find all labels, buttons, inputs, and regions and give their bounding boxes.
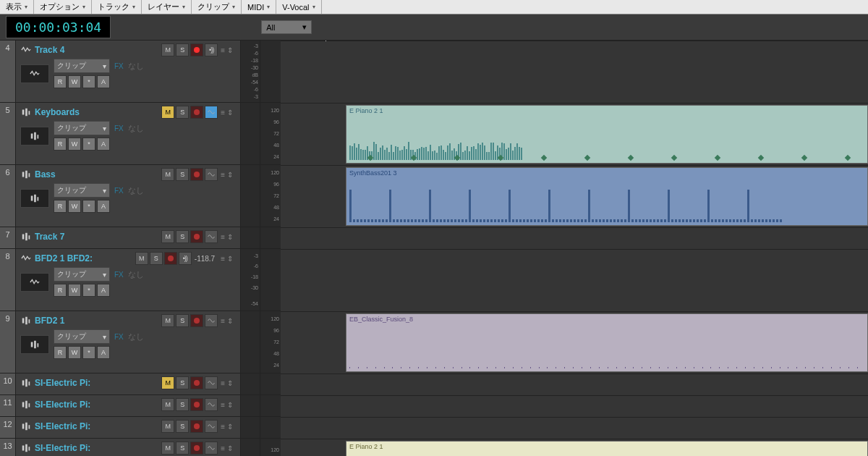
expand-icon[interactable]: ⇕ — [227, 401, 233, 409]
expand-icon[interactable]: ⇕ — [227, 233, 233, 241]
clip-lane[interactable]: SynthBass201 3 — [281, 166, 868, 228]
record-arm-button[interactable] — [190, 442, 203, 455]
mute-button[interactable]: M — [161, 230, 174, 243]
record-arm-button[interactable] — [190, 168, 203, 181]
mute-button[interactable]: M — [161, 314, 174, 327]
track-row[interactable]: 9 BFD2 1 M S ≡ ⇕ — [0, 311, 260, 373]
midi-clip[interactable]: EB_Classic_Fusion_8 — [346, 313, 868, 372]
mute-button[interactable]: M — [161, 376, 174, 389]
list-icon[interactable]: ≡ — [221, 444, 225, 452]
track-row[interactable]: 4 Track 4 M S •)) ≡ ⇕ — [0, 41, 260, 103]
write-automation-button[interactable]: W — [68, 346, 81, 359]
track-name[interactable]: SI-Electric Pi: — [35, 443, 158, 453]
track-row[interactable]: 5 Keyboards M S ≡ ⇕ — [0, 103, 260, 165]
clip-lane[interactable] — [281, 250, 868, 312]
menu-item-クリップ[interactable]: クリップ▾ — [192, 0, 242, 14]
record-arm-button[interactable] — [190, 398, 203, 411]
fx-label[interactable]: FX — [114, 187, 124, 195]
list-icon[interactable]: ≡ — [221, 401, 225, 409]
clip-area[interactable]: E Piano 2 1SynthBass201 3EB_Classic_Fusi… — [281, 41, 868, 456]
list-icon[interactable]: ≡ — [221, 255, 225, 263]
solo-button[interactable]: S — [176, 376, 189, 389]
expand-icon[interactable]: ⇕ — [227, 379, 233, 387]
clip-select[interactable]: クリップ▾ — [54, 183, 110, 198]
track-row[interactable]: 10 SI-Electric Pi: M S ≡ ⇕ — [0, 373, 260, 395]
star-button[interactable]: * — [82, 200, 95, 213]
input-echo-button[interactable] — [205, 376, 218, 389]
archive-button[interactable]: A — [97, 138, 110, 151]
list-icon[interactable]: ≡ — [221, 109, 225, 117]
solo-button[interactable]: S — [176, 230, 189, 243]
track-number[interactable]: 11 — [0, 395, 16, 416]
input-echo-button[interactable] — [205, 442, 218, 455]
read-automation-button[interactable]: R — [54, 200, 67, 213]
input-echo-button[interactable]: •)) — [205, 43, 218, 56]
solo-button[interactable]: S — [176, 168, 189, 181]
input-echo-button[interactable] — [205, 230, 218, 243]
track-name[interactable]: Bass — [35, 169, 158, 180]
clip-lane[interactable] — [281, 41, 868, 104]
midi-clip[interactable]: E Piano 2 1 — [346, 105, 868, 164]
track-name[interactable]: SI-Electric Pi: — [35, 421, 158, 431]
track-name[interactable]: BFD2 1 BFD2: — [35, 253, 132, 263]
track-number[interactable]: 13 — [0, 439, 16, 456]
track-row[interactable]: 6 Bass M S ≡ ⇕ — [0, 165, 260, 227]
list-icon[interactable]: ≡ — [221, 233, 225, 241]
input-echo-button[interactable] — [205, 168, 218, 181]
track-number[interactable]: 10 — [0, 373, 16, 394]
clip-lane[interactable]: E Piano 2 1 — [281, 439, 868, 456]
expand-icon[interactable]: ⇕ — [227, 46, 233, 54]
fx-label[interactable]: FX — [114, 271, 124, 279]
menu-item-表示[interactable]: 表示▾ — [0, 0, 34, 14]
input-echo-button[interactable] — [205, 398, 218, 411]
record-arm-button[interactable] — [190, 106, 203, 119]
mute-button[interactable]: M — [161, 43, 174, 56]
track-number[interactable]: 8 — [0, 249, 16, 311]
input-echo-button[interactable] — [205, 420, 218, 433]
solo-button[interactable]: S — [150, 252, 163, 265]
mute-button[interactable]: M — [161, 398, 174, 411]
solo-button[interactable]: S — [176, 43, 189, 56]
track-name[interactable]: BFD2 1 — [35, 316, 158, 326]
clip-select[interactable]: クリップ▾ — [54, 329, 110, 344]
clip-lane[interactable]: EB_Classic_Fusion_8 — [281, 312, 868, 374]
clip-lane[interactable] — [281, 418, 868, 439]
solo-button[interactable]: S — [176, 314, 189, 327]
read-automation-button[interactable]: R — [54, 138, 67, 151]
record-arm-button[interactable] — [190, 420, 203, 433]
track-name[interactable]: Keyboards — [35, 107, 158, 117]
archive-button[interactable]: A — [97, 284, 110, 297]
track-name[interactable]: Track 7 — [35, 232, 158, 242]
list-icon[interactable]: ≡ — [221, 46, 225, 54]
mute-button[interactable]: M — [161, 168, 174, 181]
write-automation-button[interactable]: W — [68, 138, 81, 151]
input-echo-button[interactable] — [205, 314, 218, 327]
read-automation-button[interactable]: R — [54, 284, 67, 297]
track-filter-select[interactable]: All ▾ — [261, 20, 312, 34]
fx-label[interactable]: FX — [114, 333, 124, 341]
clip-lane[interactable] — [281, 374, 868, 396]
mute-button[interactable]: M — [135, 252, 148, 265]
mute-button[interactable]: M — [161, 420, 174, 433]
track-number[interactable]: 4 — [0, 41, 16, 102]
midi-clip[interactable]: SynthBass201 3 — [346, 167, 868, 226]
clip-select[interactable]: クリップ▾ — [54, 121, 110, 135]
expand-icon[interactable]: ⇕ — [227, 109, 233, 117]
list-icon[interactable]: ≡ — [221, 379, 225, 387]
archive-button[interactable]: A — [97, 200, 110, 213]
record-arm-button[interactable] — [190, 230, 203, 243]
write-automation-button[interactable]: W — [68, 200, 81, 213]
track-row[interactable]: 8 BFD2 1 BFD2: M S •)) -118.7 ≡ ⇕ — [0, 249, 260, 311]
read-automation-button[interactable]: R — [54, 75, 67, 88]
track-row[interactable]: 11 SI-Electric Pi: M S ≡ ⇕ — [0, 395, 260, 417]
clip-select[interactable]: クリップ▾ — [54, 59, 110, 73]
mute-button[interactable]: M — [161, 106, 174, 119]
expand-icon[interactable]: ⇕ — [227, 444, 233, 452]
menu-item-v-vocal[interactable]: V-Vocal▾ — [276, 0, 321, 14]
expand-icon[interactable]: ⇕ — [227, 423, 233, 431]
star-button[interactable]: * — [82, 346, 95, 359]
list-icon[interactable]: ≡ — [221, 171, 225, 179]
fx-label[interactable]: FX — [114, 62, 124, 70]
track-number[interactable]: 5 — [0, 103, 16, 164]
list-icon[interactable]: ≡ — [221, 423, 225, 431]
